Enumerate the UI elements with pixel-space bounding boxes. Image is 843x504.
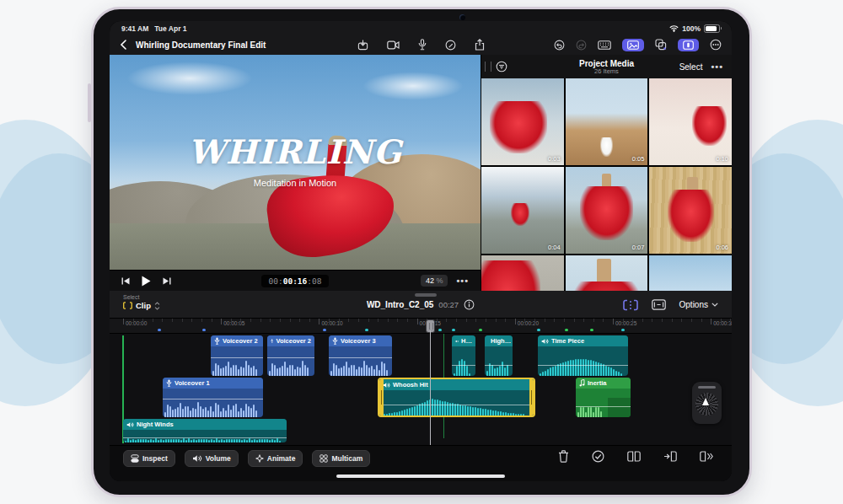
project-media-panel: Project Media 26 Items Select ••• 0:03 bbox=[481, 55, 732, 291]
inspect-button[interactable]: Inspect bbox=[123, 450, 175, 467]
viewer-video[interactable]: WHIRLING Meditation in Motion bbox=[110, 55, 481, 270]
play-button[interactable] bbox=[142, 276, 151, 287]
timeline-ruler[interactable]: 00:00:0000:00:0500:00:1000:00:1500:00:20… bbox=[110, 319, 732, 334]
mic-icon[interactable] bbox=[418, 39, 427, 51]
timeline-clip-high[interactable]: High… bbox=[485, 335, 513, 376]
app-screen: 9:41 AM Tue Apr 1 100% Whirling bbox=[110, 21, 732, 481]
skip-forward-button[interactable] bbox=[163, 277, 171, 285]
options-button[interactable]: Options bbox=[679, 300, 718, 309]
playhead[interactable] bbox=[426, 319, 435, 445]
clip-volume-line[interactable] bbox=[211, 357, 263, 358]
media-more-icon[interactable]: ••• bbox=[711, 62, 723, 72]
home-indicator[interactable] bbox=[336, 475, 505, 478]
media-item[interactable] bbox=[566, 255, 648, 291]
timeline-overview-icon[interactable] bbox=[652, 299, 666, 310]
keyframe-dot[interactable] bbox=[565, 329, 568, 332]
tool-mode-label: Select bbox=[123, 294, 160, 300]
clip-volume-line[interactable] bbox=[379, 405, 534, 405]
media-item[interactable]: 0:06 bbox=[649, 167, 732, 254]
ipad-device: 9:41 AM Tue Apr 1 100% Whirling bbox=[91, 7, 752, 497]
share-icon[interactable] bbox=[475, 39, 485, 51]
checkmark-icon[interactable] bbox=[592, 450, 604, 463]
media-item[interactable]: 0:10 bbox=[649, 78, 732, 165]
timeline-clip-voiceover-2[interactable]: Voiceover 2 bbox=[267, 335, 314, 376]
multicam-button[interactable]: Multicam bbox=[312, 450, 370, 467]
timeline-clip-inertia[interactable]: Inertia bbox=[576, 378, 631, 417]
media-item[interactable]: 0:07 bbox=[566, 167, 648, 254]
clip-volume-line[interactable] bbox=[329, 357, 392, 358]
select-button[interactable]: Select bbox=[679, 62, 703, 72]
split-clip-icon[interactable] bbox=[627, 451, 641, 462]
back-button[interactable] bbox=[120, 40, 127, 50]
tool-selector[interactable]: Select Clip bbox=[123, 294, 160, 310]
clip-volume-line[interactable] bbox=[267, 357, 314, 358]
transport-bar: 00:00:16:08 42 % ••• bbox=[110, 270, 481, 291]
clip-volume-line[interactable] bbox=[163, 399, 263, 399]
jog-wheel[interactable] bbox=[692, 382, 722, 424]
undo-icon[interactable] bbox=[554, 40, 565, 51]
redo-icon[interactable] bbox=[576, 40, 587, 51]
clip-volume-line[interactable] bbox=[538, 365, 628, 366]
trim-handle-left[interactable] bbox=[379, 379, 384, 416]
inspector-icon[interactable] bbox=[678, 39, 699, 51]
volume-button bbox=[88, 83, 91, 122]
viewer-zoom-level[interactable]: 42 % bbox=[421, 275, 448, 287]
keyframe-dot[interactable] bbox=[621, 329, 625, 332]
camera-icon[interactable] bbox=[387, 40, 400, 50]
import-icon[interactable] bbox=[357, 39, 368, 51]
timeline-clip-voiceover-1[interactable]: Voiceover 1 bbox=[163, 378, 263, 417]
timeline-lanes[interactable]: Voiceover 2Voiceover 2Voiceover 3H…High…… bbox=[110, 334, 732, 445]
keyframe-dot[interactable] bbox=[479, 329, 482, 332]
timeline-clip-night-winds[interactable]: Night Winds bbox=[123, 419, 287, 442]
timeline-clip-whoosh-hit[interactable]: Whoosh Hit bbox=[378, 378, 535, 417]
animate-button[interactable]: Animate bbox=[248, 450, 303, 467]
media-item-duration: 0:03 bbox=[548, 155, 561, 163]
clip-volume-line[interactable] bbox=[576, 406, 631, 407]
ruler-label: 00:00:20 bbox=[518, 320, 539, 326]
timeline-clip-time-piece[interactable]: Time Piece bbox=[538, 335, 628, 376]
keyframe-dot[interactable] bbox=[202, 329, 206, 332]
clip-volume-line[interactable] bbox=[485, 365, 513, 366]
info-icon[interactable] bbox=[464, 299, 475, 310]
clip-volume-line[interactable] bbox=[123, 437, 287, 438]
keyframe-dot[interactable] bbox=[158, 329, 161, 332]
timeline-resize-handle[interactable] bbox=[415, 293, 437, 297]
keyframe-dot[interactable] bbox=[537, 329, 540, 332]
media-panel-header: Project Media 26 Items Select ••• bbox=[481, 55, 732, 78]
media-item[interactable]: 0:03 bbox=[481, 78, 564, 165]
keyframe-dot[interactable] bbox=[590, 329, 593, 332]
viewer-more-icon[interactable]: ••• bbox=[456, 276, 469, 286]
snapping-icon[interactable] bbox=[623, 299, 638, 311]
append-clip-icon[interactable] bbox=[700, 451, 713, 462]
timeline-clip-voiceover-2[interactable]: Voiceover 2 bbox=[211, 335, 263, 376]
panel-drag-handle[interactable] bbox=[485, 62, 491, 72]
insert-clip-icon[interactable] bbox=[663, 451, 677, 462]
keyframe-dot[interactable] bbox=[323, 329, 326, 332]
clip-volume-line[interactable] bbox=[452, 365, 475, 366]
keyframe-dot[interactable] bbox=[438, 329, 442, 332]
jog-wheel-grip[interactable] bbox=[698, 386, 716, 389]
keyframe-dot[interactable] bbox=[452, 329, 455, 332]
media-item[interactable] bbox=[649, 255, 732, 291]
skip-back-button[interactable] bbox=[121, 277, 130, 285]
trim-handle-right[interactable] bbox=[529, 379, 534, 416]
dancer-figure bbox=[490, 101, 547, 153]
keyboard-icon[interactable] bbox=[598, 40, 611, 50]
battery-percent: 100% bbox=[682, 24, 701, 33]
timeline-clip-voiceover-3[interactable]: Voiceover 3 bbox=[329, 335, 392, 376]
volume-button-tool[interactable]: Volume bbox=[185, 450, 239, 467]
content-browser-icon[interactable] bbox=[655, 39, 667, 51]
trash-icon[interactable] bbox=[558, 450, 569, 463]
media-item[interactable] bbox=[481, 255, 564, 291]
ruler-label: 00:00:30 bbox=[713, 320, 732, 326]
media-item[interactable]: 0:04 bbox=[481, 167, 564, 254]
draw-icon[interactable] bbox=[445, 40, 456, 51]
keyframe-dot[interactable] bbox=[365, 329, 368, 332]
timecode-display[interactable]: 00:00:16:08 bbox=[261, 275, 330, 287]
clip-waveform bbox=[211, 357, 263, 376]
media-item[interactable]: 0:05 bbox=[566, 78, 648, 165]
filter-icon[interactable] bbox=[496, 61, 507, 72]
media-browser-icon[interactable] bbox=[622, 39, 644, 51]
more-icon[interactable] bbox=[710, 39, 722, 51]
timeline-clip-h[interactable]: H… bbox=[452, 335, 475, 376]
